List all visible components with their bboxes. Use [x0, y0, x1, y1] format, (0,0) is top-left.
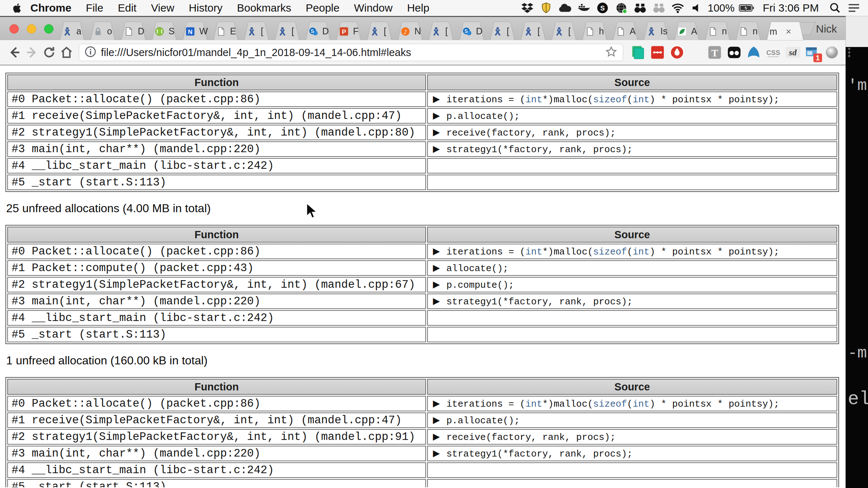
tab[interactable]: h [583, 22, 607, 40]
disclosure-triangle-icon[interactable]: ▶ [433, 94, 440, 104]
column-header: Function [7, 74, 426, 90]
tab[interactable]: [ [244, 22, 268, 40]
menu-item-history[interactable]: History [182, 2, 230, 14]
ext-mountain-extension-icon[interactable] [745, 44, 762, 61]
table-row: #3 main(int, char**) (mandel.cpp:220)▶st… [7, 446, 837, 461]
tab-bar: aoDSNWE[[SDPF[♪N[SD[[[hAIsAnnm× Nick [0, 17, 846, 40]
tab[interactable]: D [122, 22, 145, 40]
tab-close-icon[interactable]: × [786, 26, 791, 37]
disclosure-triangle-icon[interactable]: ▶ [433, 262, 440, 273]
tab[interactable]: A [613, 22, 637, 40]
source-cell [427, 479, 837, 487]
tab-title: n [753, 26, 758, 37]
table-row: #2 strategy1(SimplePacketFactory&, int, … [7, 277, 837, 292]
tab[interactable]: [ [275, 22, 299, 40]
reload-button[interactable] [41, 44, 58, 61]
tab[interactable]: A [675, 22, 699, 40]
menu-item-people[interactable]: People [298, 2, 346, 14]
disclosure-triangle-icon[interactable]: ▶ [433, 144, 440, 154]
tab[interactable]: [ [521, 22, 545, 40]
tab[interactable]: a [60, 22, 84, 40]
bluen-favicon: N [186, 27, 195, 36]
menu-item-edit[interactable]: Edit [111, 2, 144, 14]
ext-sphere-extension-icon[interactable] [824, 44, 840, 61]
battery-icon[interactable] [739, 1, 754, 14]
tab-title: m [770, 26, 777, 37]
ext-t-extension-icon[interactable]: T [706, 44, 723, 61]
binoculars-light-icon[interactable] [651, 1, 667, 14]
menu-bar-clock[interactable]: Fri 3:06 PM [763, 2, 819, 14]
menu-item-view[interactable]: View [144, 2, 181, 14]
menu-item-chrome[interactable]: Chrome [23, 2, 78, 14]
tab[interactable]: n [706, 22, 729, 40]
apple-menu-icon[interactable] [12, 2, 23, 14]
tab-active[interactable]: m× [767, 22, 803, 40]
battery-percentage: 100% [708, 2, 735, 14]
dropbox-icon[interactable] [520, 1, 535, 14]
ext-red-extension-icon[interactable] [649, 44, 666, 61]
tab-title: D [476, 26, 482, 37]
tab[interactable]: Is [644, 22, 668, 40]
disclosure-triangle-icon[interactable]: ▶ [433, 448, 440, 458]
tab[interactable]: [ [490, 22, 514, 40]
close-window-button[interactable] [9, 24, 19, 34]
tab[interactable]: NW [183, 22, 207, 40]
tab[interactable]: SD [306, 22, 330, 40]
tab-title: Is [660, 26, 667, 37]
bookmark-star-icon[interactable] [605, 45, 618, 60]
ext-green-extension-icon[interactable] [630, 44, 646, 61]
page-info-icon[interactable] [84, 46, 97, 59]
zoom-window-button[interactable] [44, 24, 54, 34]
menu-item-bookmarks[interactable]: Bookmarks [230, 2, 298, 14]
menu-item-file[interactable]: File [78, 2, 110, 14]
profile-name[interactable]: Nick [816, 23, 837, 35]
tab[interactable]: S [152, 22, 176, 40]
disclosure-triangle-icon[interactable]: ▶ [433, 415, 440, 425]
leak-table: FunctionSource#0 Packet::allocate() (pac… [5, 377, 839, 487]
address-bar[interactable]: file:///Users/nicfor01/mandel_4p_1n_2018… [79, 44, 623, 61]
back-button[interactable] [6, 44, 23, 61]
menu-list-icon[interactable] [846, 1, 861, 14]
minimize-window-button[interactable] [27, 24, 36, 34]
chrome-menu-button[interactable] [843, 44, 855, 61]
tab[interactable]: ♪N [398, 22, 422, 40]
cloud-icon[interactable] [557, 1, 573, 14]
ext-win-extension-icon[interactable]: 1 [804, 44, 821, 61]
binoculars-dark-icon[interactable] [633, 1, 648, 14]
disclosure-triangle-icon[interactable]: ▶ [433, 296, 440, 306]
ext-sd-extension-icon[interactable]: sd [784, 44, 801, 61]
ext-glasses-extension-icon[interactable] [726, 44, 743, 61]
tab[interactable]: [ [552, 22, 576, 40]
tab[interactable]: E [214, 22, 238, 40]
menu-item-help[interactable]: Help [400, 2, 437, 14]
terminal-text-fragment: el [848, 389, 868, 410]
wifi-icon[interactable] [670, 1, 685, 14]
forward-button[interactable] [23, 44, 41, 61]
tab[interactable]: [ [367, 22, 391, 40]
ext-css-extension-icon[interactable]: CSS [765, 44, 782, 61]
globe-icon[interactable] [614, 1, 629, 14]
tab[interactable]: n [736, 22, 760, 40]
tab[interactable]: PF [337, 22, 361, 40]
tab[interactable]: SD [460, 22, 484, 40]
s-circle-icon[interactable]: S [595, 1, 610, 14]
ext-blocker-extension-icon[interactable] [669, 44, 685, 61]
tab[interactable]: o [91, 22, 115, 40]
mouse-cursor [305, 202, 320, 220]
disclosure-triangle-icon[interactable]: ▶ [433, 246, 440, 256]
docker-icon[interactable] [576, 1, 591, 14]
tab[interactable]: [ [429, 22, 453, 40]
disclosure-triangle-icon[interactable]: ▶ [433, 279, 440, 290]
shield-icon[interactable] [539, 1, 554, 14]
search-icon[interactable] [827, 1, 843, 14]
volume-icon[interactable] [689, 1, 704, 14]
home-button[interactable] [58, 44, 75, 61]
disclosure-triangle-icon[interactable]: ▶ [433, 431, 440, 442]
disclosure-triangle-icon[interactable]: ▶ [433, 110, 440, 121]
tab-title: [ [292, 26, 294, 37]
doc-favicon [585, 27, 595, 36]
disclosure-triangle-icon[interactable]: ▶ [433, 398, 440, 408]
source-cell [427, 462, 837, 478]
menu-item-window[interactable]: Window [347, 2, 400, 14]
disclosure-triangle-icon[interactable]: ▶ [433, 127, 440, 137]
